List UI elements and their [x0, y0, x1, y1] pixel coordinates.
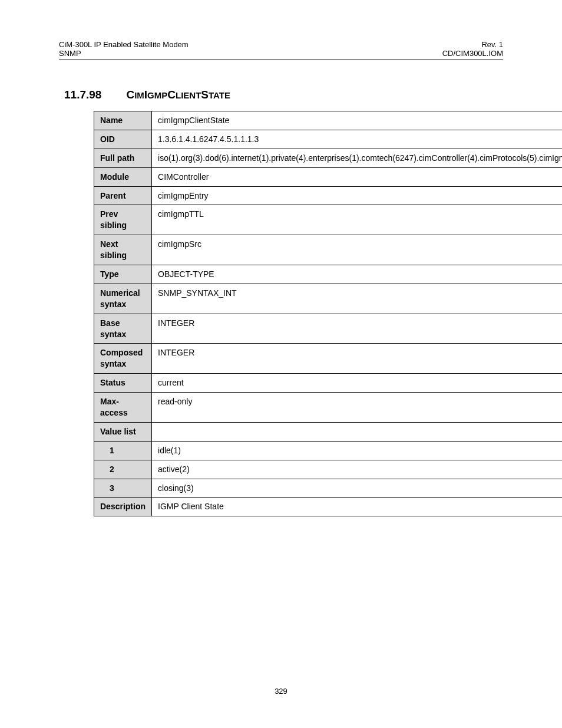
- table-value-cell: closing(3): [152, 479, 562, 498]
- table-row: Value list: [94, 422, 563, 441]
- table-label-cell: Module: [94, 167, 152, 186]
- page-header: CiM-300L IP Enabled Satellite Modem SNMP…: [59, 40, 503, 58]
- table-row: Prev siblingcimIgmpTTL: [94, 205, 563, 235]
- table-label-cell: Numerical syntax: [94, 284, 152, 314]
- page-number: 329: [0, 687, 562, 696]
- table-value-cell: INTEGER: [152, 344, 562, 374]
- table-label-cell: OID: [94, 130, 152, 149]
- table-row: OID1.3.6.1.4.1.6247.4.5.1.1.1.3: [94, 130, 563, 149]
- table-value-cell: 1.3.6.1.4.1.6247.4.5.1.1.1.3: [152, 130, 562, 149]
- table-row: Statuscurrent: [94, 374, 563, 393]
- table-label-cell: Type: [94, 265, 152, 284]
- table-row: 2active(2): [94, 460, 563, 479]
- table-label-cell: Status: [94, 374, 152, 393]
- table-label-cell: Next sibling: [94, 235, 152, 265]
- table-row: ModuleCIMController: [94, 167, 563, 186]
- table-row: ParentcimIgmpEntry: [94, 186, 563, 205]
- table-row: 1idle(1): [94, 441, 563, 460]
- section-number: 11.7.98: [64, 88, 101, 101]
- table-row: 3closing(3): [94, 479, 563, 498]
- table-label-cell: 3: [94, 479, 152, 498]
- table-row: DescriptionIGMP Client State: [94, 498, 563, 516]
- table-value-cell: read-only: [152, 393, 562, 423]
- table-row: Next siblingcimIgmpSrc: [94, 235, 563, 265]
- table-label-cell: Base syntax: [94, 314, 152, 344]
- table-value-cell: cimIgmpTTL: [152, 205, 562, 235]
- header-right-line2: CD/CIM300L.IOM: [442, 49, 503, 58]
- header-right-line1: Rev. 1: [442, 40, 503, 49]
- mib-definition-table: NamecimIgmpClientStateOID1.3.6.1.4.1.624…: [94, 111, 562, 516]
- table-value-cell: active(2): [152, 460, 562, 479]
- table-row: Numerical syntaxSNMP_SYNTAX_INT: [94, 284, 563, 314]
- table-row: NamecimIgmpClientState: [94, 111, 563, 130]
- table-value-cell: cimIgmpSrc: [152, 235, 562, 265]
- header-divider: [59, 60, 503, 60]
- table-row: Max-accessread-only: [94, 393, 563, 423]
- table-label-cell: Max-access: [94, 393, 152, 423]
- table-label-cell: Full path: [94, 149, 152, 167]
- table-label-cell: Parent: [94, 186, 152, 205]
- table-label-cell: Value list: [94, 422, 152, 441]
- table-value-cell: INTEGER: [152, 314, 562, 344]
- table-label-cell: 1: [94, 441, 152, 460]
- table-value-cell: current: [152, 374, 562, 393]
- section-title: CIMIGMPCLIENTSTATE: [126, 88, 230, 101]
- table-value-cell: [152, 422, 562, 441]
- table-label-cell: Prev sibling: [94, 205, 152, 235]
- table-label-cell: 2: [94, 460, 152, 479]
- table-value-cell: OBJECT-TYPE: [152, 265, 562, 284]
- table-row: Base syntaxINTEGER: [94, 314, 563, 344]
- table-row: Full pathiso(1).org(3).dod(6).internet(1…: [94, 149, 563, 167]
- table-value-cell: cimIgmpEntry: [152, 186, 562, 205]
- table-value-cell: idle(1): [152, 441, 562, 460]
- table-value-cell: iso(1).org(3).dod(6).internet(1).private…: [152, 149, 562, 167]
- table-label-cell: Name: [94, 111, 152, 130]
- header-left-line1: CiM-300L IP Enabled Satellite Modem: [59, 40, 189, 49]
- table-label-cell: Description: [94, 498, 152, 516]
- table-value-cell: SNMP_SYNTAX_INT: [152, 284, 562, 314]
- section-heading: 11.7.98CIMIGMPCLIENTSTATE: [64, 88, 503, 101]
- table-value-cell: cimIgmpClientState: [152, 111, 562, 130]
- header-left-line2: SNMP: [59, 49, 189, 58]
- table-value-cell: CIMController: [152, 167, 562, 186]
- table-value-cell: IGMP Client State: [152, 498, 562, 516]
- table-row: Composed syntaxINTEGER: [94, 344, 563, 374]
- table-label-cell: Composed syntax: [94, 344, 152, 374]
- table-row: TypeOBJECT-TYPE: [94, 265, 563, 284]
